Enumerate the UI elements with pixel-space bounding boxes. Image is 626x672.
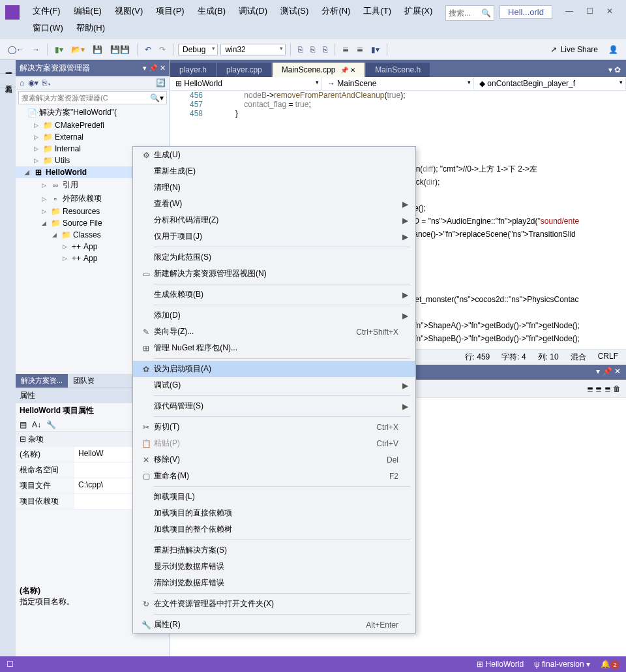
tb-i2[interactable]: ⎘▾ xyxy=(42,78,52,87)
context-menu-item[interactable]: 重新扫描解决方案(S) xyxy=(133,542,415,558)
context-menu-item[interactable]: 加载项目的整个依赖树 xyxy=(133,521,415,538)
wrench-icon[interactable]: 🔧 xyxy=(46,420,56,429)
tb-a[interactable]: ⎘ xyxy=(295,44,305,55)
menu-item[interactable]: 生成(B) xyxy=(191,3,232,20)
tb-c[interactable]: ⎘ xyxy=(320,44,330,55)
tb-e[interactable]: ≣ xyxy=(354,44,366,55)
close-button[interactable]: ✕ xyxy=(606,7,613,16)
context-menu-item[interactable]: 查看(W)▶ xyxy=(133,196,415,212)
menu-item[interactable]: 编辑(E) xyxy=(67,3,108,20)
document-tab[interactable]: player.cpp xyxy=(217,63,271,77)
status-project[interactable]: ⊞ HelloWorld xyxy=(477,660,524,669)
maximize-button[interactable]: ☐ xyxy=(586,7,593,16)
context-menu-item[interactable]: 清理(N) xyxy=(133,179,415,196)
tb-d[interactable]: ≣ xyxy=(340,44,351,55)
document-tab[interactable]: MainScene.cpp📌 ✕ xyxy=(273,63,365,77)
solution-search[interactable]: 🔍▾ xyxy=(18,91,167,104)
solution-root[interactable]: 📄解决方案"HelloWorld"( xyxy=(16,106,170,119)
nav-project[interactable]: ⊞ HelloWorld xyxy=(170,77,322,90)
save-all-button[interactable]: 💾💾 xyxy=(108,44,132,55)
solution-search-input[interactable] xyxy=(22,94,150,102)
new-button[interactable]: ▮▾ xyxy=(52,44,66,55)
status-branch[interactable]: ψ final-version ▾ xyxy=(534,660,590,669)
context-menu-item[interactable]: ✕移除(V)Del xyxy=(133,451,415,468)
menu-item[interactable]: 窗口(W) xyxy=(26,20,70,37)
home-icon[interactable]: ⌂ xyxy=(20,78,24,87)
tb-i1[interactable]: ◉▾ xyxy=(28,78,38,87)
output-tb-btns[interactable]: ≣ ≣ ≣ 🗑 xyxy=(587,384,621,393)
sync-icon[interactable]: 🔄 xyxy=(156,78,166,87)
sort-icon[interactable]: A↓ xyxy=(32,420,41,429)
nav-fwd-button[interactable]: → xyxy=(29,44,42,55)
context-menu-item[interactable]: ✂剪切(T)Ctrl+X xyxy=(133,419,415,435)
context-menu-item[interactable]: 源代码管理(S)▶ xyxy=(133,398,415,414)
redo-button[interactable]: ↷ xyxy=(156,44,168,55)
account-icon[interactable]: 👤 xyxy=(606,44,621,55)
context-menu-item[interactable]: 重新生成(E) xyxy=(133,163,415,179)
search-box[interactable]: 🔍 xyxy=(445,5,494,21)
notification-button[interactable]: 🔔2 xyxy=(601,660,619,669)
menu-item[interactable]: 分析(N) xyxy=(315,3,357,20)
nav-method[interactable]: ◆ onContactBegin_player_f xyxy=(474,77,626,90)
context-menu-item[interactable]: 限定为此范围(S) xyxy=(133,249,415,266)
open-button[interactable]: 📂▾ xyxy=(68,44,87,55)
save-button[interactable]: 💾 xyxy=(90,44,105,55)
status-line: 行: 459 xyxy=(465,352,490,363)
context-menu-item[interactable]: ⚙生成(U) xyxy=(133,147,415,163)
search-icon[interactable]: 🔍▾ xyxy=(150,93,164,102)
menu-item[interactable]: 项目(P) xyxy=(149,3,190,20)
minimize-button[interactable]: — xyxy=(565,7,573,16)
tab-team[interactable]: 团队资 xyxy=(68,374,100,388)
menu-item[interactable]: 扩展(X) xyxy=(398,3,439,20)
status-ready: ☐ xyxy=(7,660,14,669)
sidebar-tab[interactable]: 服务器资源管理器 xyxy=(0,60,16,74)
document-tab[interactable]: player.h xyxy=(170,63,216,77)
nav-class[interactable]: → MainScene xyxy=(322,77,474,90)
tb-f[interactable]: ▮▾ xyxy=(368,44,382,55)
context-menu-item[interactable]: ⊞管理 NuGet 程序包(N)... xyxy=(133,340,415,356)
menu-item[interactable]: 工具(T) xyxy=(357,3,398,20)
statusbar: ☐ ⊞ HelloWorld ψ final-version ▾ 🔔2 xyxy=(0,656,626,672)
context-menu-item[interactable]: 清除浏览数据库错误 xyxy=(133,575,415,591)
context-menu-item[interactable]: 加载项目的直接依赖项 xyxy=(133,505,415,521)
context-menu-item[interactable]: 生成依赖项(B)▶ xyxy=(133,286,415,303)
platform-combo[interactable]: win32 xyxy=(220,44,285,55)
context-menu-item[interactable]: ▭新建解决方案资源管理器视图(N) xyxy=(133,266,415,282)
context-menu-item[interactable]: 添加(D)▶ xyxy=(133,307,415,324)
context-menu-item[interactable]: 🔧属性(R)Alt+Enter xyxy=(133,617,415,633)
nav-back-button[interactable]: ◯← xyxy=(5,44,27,55)
liveshare-button[interactable]: ↗ Live Share xyxy=(545,44,603,55)
menu-item[interactable]: 测试(S) xyxy=(274,3,315,20)
context-menu-item[interactable]: 卸载项目(L) xyxy=(133,489,415,505)
document-tab[interactable]: MainScene.h xyxy=(366,63,430,77)
context-menu-item[interactable]: ▢重命名(M)F2 xyxy=(133,468,415,484)
menu-item[interactable]: 调试(D) xyxy=(232,3,274,20)
context-menu-item[interactable]: 分析和代码清理(Z)▶ xyxy=(133,212,415,228)
menu-item[interactable]: 帮助(H) xyxy=(70,20,112,37)
menu-item[interactable]: 视图(V) xyxy=(108,3,149,20)
context-menu-item[interactable]: 📋粘贴(P)Ctrl+V xyxy=(133,435,415,451)
menu-item[interactable]: 文件(F) xyxy=(26,3,67,20)
cat-icon[interactable]: ▤ xyxy=(20,420,27,429)
context-menu-item[interactable]: 显示浏览数据库错误 xyxy=(133,558,415,575)
main-toolbar: ◯← → ▮▾ 📂▾ 💾 💾💾 ↶ ↷ Debug win32 ⎘ ⎘ ⎘ ≣ … xyxy=(0,39,626,60)
config-combo[interactable]: Debug xyxy=(178,44,218,55)
context-menu-item[interactable]: ✎类向导(Z)...Ctrl+Shift+X xyxy=(133,324,415,340)
sidebar-tab[interactable]: 工具箱 xyxy=(0,74,16,87)
context-menu-item[interactable]: 仅用于项目(J)▶ xyxy=(133,228,415,245)
context-menu-item[interactable]: 调试(G)▶ xyxy=(133,377,415,393)
undo-button[interactable]: ↶ xyxy=(142,44,154,55)
context-menu-item[interactable]: ↻在文件资源管理器中打开文件夹(X) xyxy=(133,596,415,612)
folder-node[interactable]: ▷📁External xyxy=(16,131,170,143)
tab-solution[interactable]: 解决方案资... xyxy=(16,374,68,388)
status-crlf: CRLF xyxy=(598,352,618,363)
document-tabs: player.hplayer.cppMainScene.cpp📌 ✕MainSc… xyxy=(170,60,626,77)
panel-options-button[interactable]: ▾ 📌 ✕ xyxy=(143,64,166,72)
search-icon[interactable]: 🔍 xyxy=(481,8,491,18)
status-char: 字符: 4 xyxy=(501,352,526,363)
folder-node[interactable]: ▷📁CMakePredefi xyxy=(16,119,170,131)
search-input[interactable] xyxy=(449,8,481,18)
tab-overflow-icon[interactable]: ▾ ✿ xyxy=(603,63,626,77)
tb-b[interactable]: ⎘ xyxy=(308,44,318,55)
context-menu-item[interactable]: ✿设为启动项目(A) xyxy=(133,361,415,377)
